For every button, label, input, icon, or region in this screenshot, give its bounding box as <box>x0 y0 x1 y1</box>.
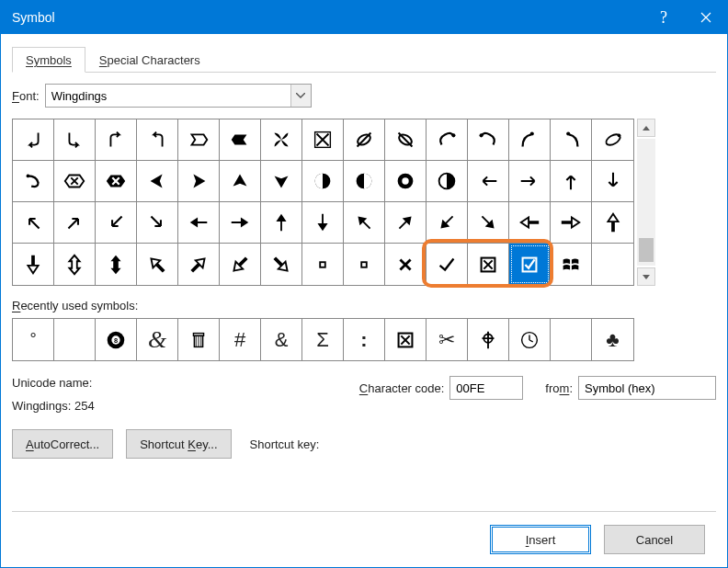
symbol-cell-circle-cut-right[interactable] <box>344 161 385 202</box>
svg-point-8 <box>566 131 570 135</box>
symbol-cell-arrow-up-bold[interactable] <box>261 202 302 244</box>
font-input[interactable] <box>46 85 290 106</box>
autocorrect-button[interactable]: AutoCorrect... <box>12 429 113 459</box>
symbol-cell-leaf-dot-r[interactable] <box>468 119 509 161</box>
recent-symbol-colon[interactable]: : <box>344 319 385 360</box>
symbol-cell-arrow-sw[interactable] <box>96 202 137 244</box>
from-combo[interactable] <box>578 376 716 400</box>
recent-symbol-degree[interactable]: ° <box>13 319 54 360</box>
close-button[interactable] <box>685 1 727 34</box>
recent-symbol-celtic-cross[interactable] <box>468 319 509 360</box>
symbol-cell-arrow-right-bold[interactable] <box>220 202 261 244</box>
symbol-cell-checkmark[interactable] <box>427 244 468 285</box>
character-code-input[interactable] <box>449 376 523 400</box>
svg-point-10 <box>617 134 620 138</box>
symbol-cell-leaf-dot[interactable] <box>427 119 468 161</box>
symbol-cell-arrow-down[interactable] <box>592 161 633 202</box>
symbol-cell-arrow-updown-outline[interactable] <box>54 244 96 285</box>
symbol-cell-leaf-slash[interactable] <box>344 119 385 161</box>
recent-symbol-box-x[interactable] <box>385 319 427 360</box>
recent-symbol-trash[interactable] <box>178 319 220 360</box>
chevron-down-icon[interactable] <box>290 85 311 107</box>
symbol-cell-arrow-left-bold[interactable] <box>178 202 220 244</box>
symbol-cell-tri-right[interactable] <box>178 161 220 202</box>
help-button[interactable]: ? <box>643 1 685 34</box>
font-combo[interactable] <box>45 84 312 108</box>
svg-point-11 <box>27 175 30 178</box>
symbol-cell-arrow-left[interactable] <box>468 161 509 202</box>
symbol-cell-arrow-left-outline[interactable] <box>509 202 551 244</box>
symbol-cell-hex-x[interactable] <box>54 161 96 202</box>
symbol-cell-arrow-down-bold[interactable] <box>302 202 344 244</box>
symbol-cell-ribbon-left[interactable] <box>178 119 220 161</box>
recent-symbol-club[interactable]: ♣ <box>592 319 633 360</box>
recent-symbol-clock[interactable] <box>509 319 551 360</box>
symbol-cell-yinyang[interactable] <box>385 161 427 202</box>
symbol-cell-arrow-up[interactable] <box>551 161 592 202</box>
symbol-cell-box-x[interactable] <box>468 244 509 285</box>
symbol-cell-arrow-right-outline[interactable] <box>551 202 592 244</box>
symbol-cell-square-small[interactable] <box>302 244 344 285</box>
symbol-cell-circle-cut-left[interactable] <box>302 161 344 202</box>
character-code-label: Character code: <box>359 381 445 395</box>
symbol-cell-arrow-nw-outline[interactable] <box>137 244 178 285</box>
symbol-cell-arrow-bend-right[interactable] <box>54 119 96 161</box>
scroll-track[interactable] <box>637 139 655 266</box>
symbol-cell-arrow-nw[interactable] <box>13 202 54 244</box>
recent-symbol-hash[interactable]: # <box>220 319 261 360</box>
symbol-cell-tri-up[interactable] <box>220 161 261 202</box>
tab-symbols[interactable]: Symbols <box>12 47 85 73</box>
symbol-cell-petals-center[interactable] <box>302 119 344 161</box>
symbol-cell-arrow-ne-bold[interactable] <box>385 202 427 244</box>
scroll-thumb[interactable] <box>639 238 654 262</box>
symbol-cell-leaf-line-r[interactable] <box>551 119 592 161</box>
recent-symbol-blank[interactable] <box>54 319 96 360</box>
symbol-cell-square-small-2[interactable] <box>344 244 385 285</box>
recent-symbol-scissors[interactable]: ✂ <box>427 319 468 360</box>
symbol-cell-x-mark[interactable] <box>385 244 427 285</box>
symbol-cell-tri-left[interactable] <box>137 161 178 202</box>
symbol-cell-arrow-nw-bold[interactable] <box>344 202 385 244</box>
recent-symbols-grid: °8&#&Σ:✂♣ <box>12 318 634 361</box>
font-label: Font: <box>12 89 40 103</box>
scroll-up-icon[interactable] <box>637 119 655 137</box>
tab-special-characters[interactable]: Special Characters <box>85 47 214 73</box>
symbol-cell-arrow-ne-outline[interactable] <box>178 244 220 285</box>
symbol-cell-box-check[interactable] <box>509 244 551 285</box>
from-input[interactable] <box>579 378 728 398</box>
symbol-cell-tri-down[interactable] <box>261 161 302 202</box>
symbol-cell-leaf-curl[interactable] <box>13 161 54 202</box>
symbol-cell-arrow-right[interactable] <box>509 161 551 202</box>
symbol-cell-arrow-se-outline[interactable] <box>261 244 302 285</box>
recent-symbol-blank[interactable] <box>551 319 592 360</box>
symbol-cell-orbit[interactable] <box>592 119 633 161</box>
symbol-cell-arrow-bend-up[interactable] <box>96 119 137 161</box>
scroll-down-icon[interactable] <box>637 267 655 286</box>
symbol-cell-arrow-updown-bold[interactable] <box>96 244 137 285</box>
symbol-cell-arrow-se[interactable] <box>137 202 178 244</box>
symbol-cell-leaf-line[interactable] <box>509 119 551 161</box>
cancel-button[interactable]: Cancel <box>604 525 705 554</box>
symbol-cell-arrow-bend-up2[interactable] <box>137 119 178 161</box>
recent-symbol-ampersand[interactable]: & <box>261 319 302 360</box>
recent-symbol-ampersand-script[interactable]: & <box>137 319 178 360</box>
symbol-cell-arrow-bend-left[interactable] <box>13 119 54 161</box>
symbol-cell-arrow-se-bold[interactable] <box>468 202 509 244</box>
symbol-cell-petals-pinwheel[interactable] <box>261 119 302 161</box>
recent-symbol-eight-ball[interactable]: 8 <box>96 319 137 360</box>
symbol-cell-arrow-down-outline[interactable] <box>13 244 54 285</box>
symbol-cell-arrow-sw-bold[interactable] <box>427 202 468 244</box>
scrollbar[interactable] <box>636 119 656 286</box>
symbol-cell-blank[interactable] <box>592 244 633 285</box>
recent-symbol-sigma[interactable]: Σ <box>302 319 344 360</box>
symbol-cell-arrow-ne[interactable] <box>54 202 96 244</box>
symbol-cell-arrow-sw-outline[interactable] <box>220 244 261 285</box>
symbol-cell-windows-logo[interactable] <box>551 244 592 285</box>
insert-button[interactable]: Insert <box>490 525 591 554</box>
symbol-cell-hex-x-bold[interactable] <box>96 161 137 202</box>
shortcut-key-button[interactable]: Shortcut Key... <box>126 429 231 459</box>
symbol-cell-ribbon-right[interactable] <box>220 119 261 161</box>
symbol-cell-leaf-slash-r[interactable] <box>385 119 427 161</box>
symbol-cell-half-circle[interactable] <box>427 161 468 202</box>
symbol-cell-arrow-up-outline[interactable] <box>592 202 633 244</box>
